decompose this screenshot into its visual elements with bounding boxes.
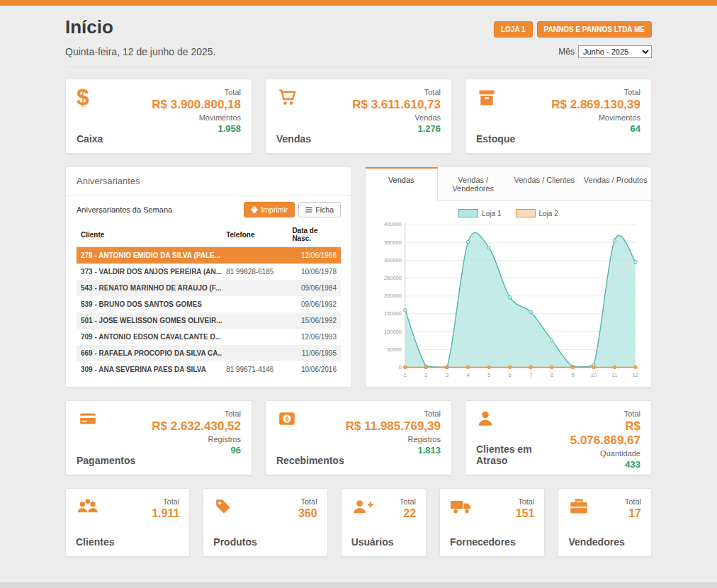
birthday-row[interactable]: 539 - BRUNO DOS SANTOS GOMES 09/06/1992 [77,296,341,312]
client-name: 278 - ANTONIO EMIDIO DA SILVA (PALE... [77,247,222,264]
company-button[interactable]: PANNOS E PANNOS LTDA ME [537,21,652,38]
client-birthdate: 15/06/1992 [288,312,341,329]
client-name: 709 - ANTONIO EDSON CAVALCANTE D... [77,329,222,345]
total-label: Total [558,409,640,418]
total-label: Total [346,409,441,418]
cart-icon [276,88,311,108]
stat-title: Usuários [351,536,394,548]
estoque-card: Estoque Total R$ 2.869.130,39 Movimentos… [465,79,652,154]
header-divider [65,67,652,67]
middle-row: Aniversariantes Aniversariantes da Seman… [65,166,652,388]
birthday-row[interactable]: 278 - ANTONIO EMIDIO DA SILVA (PALE... 1… [77,247,341,264]
tab-vendas-clientes[interactable]: Vendas / Clientes [509,167,580,200]
print-button[interactable]: Imprimir [244,202,295,217]
stats-row-3: Clientes Total 1.911 Produtos Total 360 [65,488,652,557]
sales-tabbar: Vendas Vendas / Vendedores Vendas / Clie… [366,167,651,200]
birthdays-table: Cliente Telefone Data de Nasc. 278 - ANT… [77,224,341,378]
count-label: Vendas [352,113,441,122]
tab-vendas-vendedores[interactable]: Vendas / Vendedores [438,167,509,200]
stat-title: Clientes [76,536,114,548]
count-value: 1.958 [152,123,241,134]
top-accent-bar [0,0,717,6]
vendas-card: Vendas Total R$ 3.611.610,73 Vendas 1.27… [265,79,452,154]
birthday-row[interactable]: 709 - ANTONIO EDSON CAVALCANTE D... 12/0… [77,329,341,345]
stat-title: Caixa [77,133,103,145]
total-label: Total [298,497,317,506]
birthday-row[interactable]: 669 - RAFAELA PROCOPIO DA SILVA CA... 11… [77,345,341,361]
total-label: Total [625,497,641,506]
client-phone [222,296,288,312]
total-value: 151 [516,507,535,520]
printer-icon [251,206,258,213]
legend-item-loja1[interactable]: Loja 1 [458,209,501,217]
count-value: 64 [551,123,640,134]
page-title: Início [65,16,113,38]
client-phone [222,280,288,296]
total-value: 22 [400,507,416,520]
header-buttons: LOJA 1 PANNOS E PANNOS LTDA ME [494,16,652,38]
svg-text:3: 3 [446,372,448,378]
record-button[interactable]: Ficha [298,202,341,217]
credit-card-icon [77,409,135,428]
client-phone [222,329,288,345]
svg-text:10: 10 [591,372,597,378]
total-value: R$ 11.985.769,39 [346,419,441,434]
svg-text:100000: 100000 [384,329,402,335]
clientes-card: Clientes Total 1.911 [65,488,190,557]
table-header-row: Cliente Telefone Data de Nasc. [77,224,341,247]
birthday-row[interactable]: 373 - VALDIR DOS ANJOS PEREIRA (AN... 81… [77,264,341,280]
sales-chart: Loja 1 Loja 2 05000010000015000020000025… [366,200,651,387]
caixa-card: $ Caixa Total R$ 3.900.800,18 Movimentos… [65,79,252,154]
total-label: Total [400,497,416,506]
produtos-card: Produtos Total 360 [203,488,327,557]
total-value: 17 [625,507,641,520]
total-label: Total [152,88,241,96]
panel-title: Aniversariantes [66,167,351,196]
count-value: 96 [152,445,241,456]
client-birthdate: 11/06/1995 [288,345,341,361]
legend-item-loja2[interactable]: Loja 2 [516,209,558,217]
svg-text:1: 1 [404,372,407,378]
svg-text:150000: 150000 [384,310,402,317]
column-header-cliente: Cliente [77,224,222,247]
dashboard-page: Início LOJA 1 PANNOS E PANNOS LTDA ME Qu… [65,6,652,557]
svg-text:250000: 250000 [384,275,402,281]
users-icon [76,497,114,516]
count-label: Quantidade [558,449,640,458]
stat-title: Produtos [213,536,256,548]
svg-text:0: 0 [399,364,402,371]
footer-bar [0,582,717,588]
birthday-row[interactable]: 309 - ANA SEVERINA PAES DA SILVA 81 9967… [77,361,341,378]
month-select[interactable]: Junho - 2025 [578,45,652,58]
svg-text:11: 11 [612,372,618,378]
svg-text:12: 12 [633,372,638,378]
client-birthdate: 12/06/1993 [288,329,341,345]
client-birthdate: 09/06/1984 [288,280,341,296]
count-label: Movimentos [551,113,640,122]
birthdays-panel: Aniversariantes Aniversariantes da Seman… [65,166,352,388]
current-date: Quinta-feira, 12 de junho de 2025. [65,46,216,57]
svg-text:8: 8 [551,372,553,378]
stat-title: Clientes em Atraso [476,443,558,466]
total-value: R$ 3.900.800,18 [152,98,241,112]
panel-subtitle: Aniversariantes da Semana [77,205,172,214]
birthday-row[interactable]: 501 - JOSE WELISSON GOMES OLIVEIR... 15/… [77,312,341,329]
client-phone [222,312,288,329]
tab-vendas[interactable]: Vendas [366,167,438,200]
total-label: Total [551,88,640,96]
box-icon [476,88,515,108]
svg-text:300000: 300000 [384,257,402,264]
stat-title: Recebimentos [276,455,344,466]
tab-vendas-produtos[interactable]: Vendas / Produtos [580,167,652,200]
client-name: 543 - RENATO MARINHO DE ARAUJO (F... [77,280,222,296]
loja1-swatch [458,209,478,217]
birthday-row[interactable]: 543 - RENATO MARINHO DE ARAUJO (F... 09/… [77,280,341,296]
total-value: 360 [298,507,317,520]
store-button[interactable]: LOJA 1 [494,21,533,38]
client-name: 373 - VALDIR DOS ANJOS PEREIRA (AN... [77,264,222,280]
svg-text:350000: 350000 [384,239,402,246]
total-value: R$ 2.632.430,52 [152,419,241,434]
column-header-telefone: Telefone [222,224,288,247]
legend-label: Loja 1 [482,210,501,217]
count-label: Registros [152,435,241,443]
